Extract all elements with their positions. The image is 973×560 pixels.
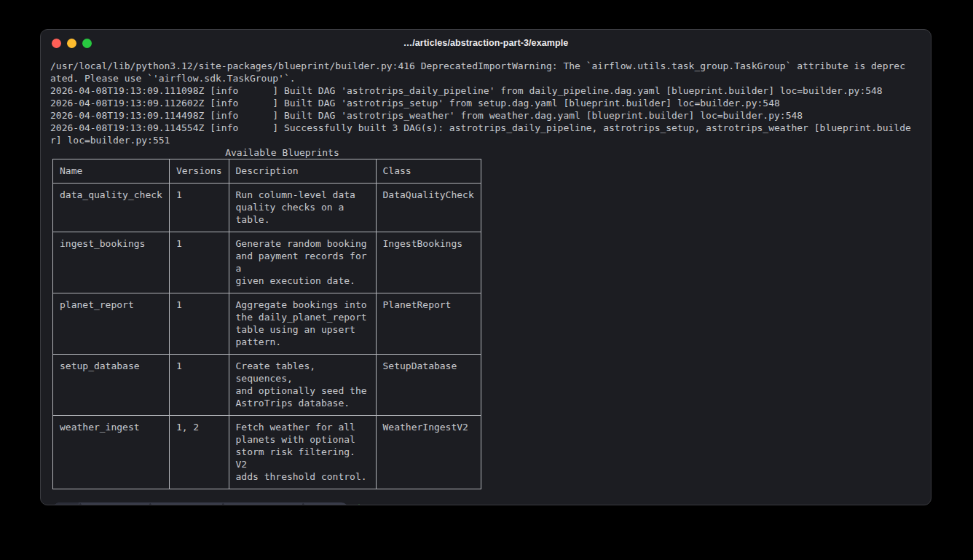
minimize-button[interactable] [67,39,76,48]
cell-description: Fetch weather for all planets with optio… [229,416,376,489]
terminal-body[interactable]: /usr/local/lib/python3.12/site-packages/… [41,56,931,505]
title-bar: …/articles/abstraction-part-3/example [41,30,931,56]
cell-class: WeatherIngestV2 [376,416,481,489]
desktop: { "window": { "title": "…/articles/abstr… [0,0,973,560]
table-row: weather_ingest 1, 2 Fetch weather for al… [53,416,481,489]
terminal-window: …/articles/abstraction-part-3/example /u… [40,29,931,505]
chevron-prompt-icon[interactable] [358,504,364,505]
traffic-lights [52,30,92,56]
segment-separator-icon [79,502,86,506]
cell-class: SetupDatabase [376,355,481,416]
column-header-class: Class [376,159,481,184]
segment-separator-icon [221,502,229,506]
log-line: ated. Please use `'airflow.sdk.TaskGroup… [50,72,921,84]
cell-versions: 1 [169,184,229,232]
powerline-bar: …/example main !? [52,502,349,506]
cell-description: Aggregate bookings into the daily_planet… [229,293,376,355]
python-segment: v3.12.11 [229,502,301,506]
time-segment: 12:13 [309,502,350,506]
cell-class: IngestBookings [376,232,481,293]
cell-name: ingest_bookings [53,232,170,293]
cell-versions: 1 [169,232,229,293]
segment-separator-icon [302,502,309,506]
cell-name: data_quality_check [53,184,170,232]
directory-segment: …/example [86,502,149,506]
zoom-button[interactable] [82,39,92,48]
segment-separator-icon [149,502,156,506]
cell-class: DataQualityCheck [376,184,481,232]
blueprints-table: Name Versions Description Class data_qua… [52,159,481,489]
table-header-row: Name Versions Description Class [53,159,481,184]
window-title: …/articles/abstraction-part-3/example [403,38,569,48]
time-label: 12:13 [315,504,343,506]
table-row: setup_database 1 Create tables, sequence… [53,355,481,416]
column-header-versions: Versions [169,159,229,184]
cell-name: setup_database [53,355,170,416]
table-row: planet_report 1 Aggregate bookings into … [53,293,481,355]
cell-name: planet_report [53,293,170,355]
git-branch-label: main !? [177,504,216,506]
table-row: data_quality_check 1 Run column-level da… [53,184,481,232]
log-line: 2026-04-08T19:13:09.111098Z [info ] Buil… [50,84,921,97]
cell-versions: 1 [169,293,229,355]
python-version-label: v3.12.11 [251,504,294,506]
cell-description: Create tables, sequences, and optionally… [229,355,376,416]
cell-versions: 1, 2 [169,416,229,489]
cell-description: Generate random booking and payment reco… [229,232,376,293]
close-button[interactable] [52,39,61,48]
column-header-name: Name [53,159,170,184]
log-line: 2026-04-08T19:13:09.114498Z [info ] Buil… [50,109,921,122]
column-header-description: Description [229,159,376,184]
cell-versions: 1 [169,355,229,416]
log-line: r] loc=builder.py:551 [50,134,921,146]
table-row: ingest_bookings 1 Generate random bookin… [53,232,481,293]
leaf-branch-icon [162,505,172,506]
cell-description: Run column-level data quality checks on … [229,184,376,232]
cell-name: weather_ingest [53,416,170,489]
git-segment: main !? [156,502,222,506]
os-segment [52,502,79,506]
cell-class: PlanetReport [376,293,481,355]
log-line: /usr/local/lib/python3.12/site-packages/… [50,60,921,72]
shell-prompt: …/example main !? [52,502,921,505]
log-line: 2026-04-08T19:13:09.114554Z [info ] Succ… [50,122,921,134]
table-title: Available Blueprints [50,146,514,159]
directory-label: …/example [92,504,142,506]
log-line: 2026-04-08T19:13:09.112602Z [info ] Buil… [50,97,921,109]
